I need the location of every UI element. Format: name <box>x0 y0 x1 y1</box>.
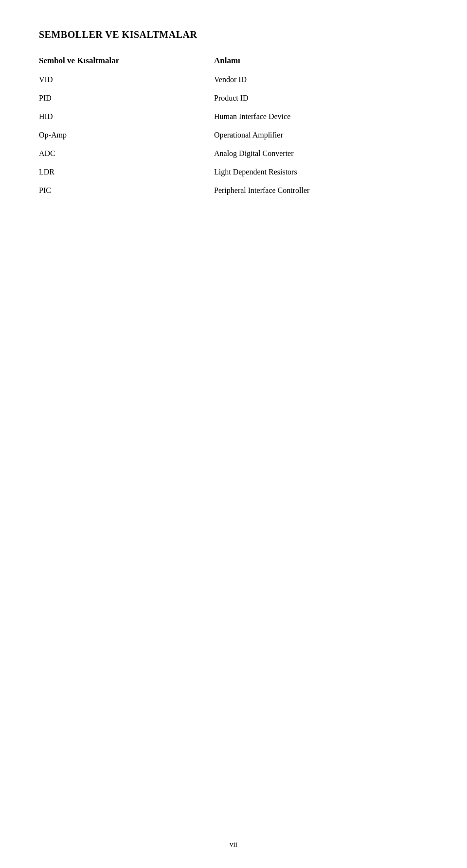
table-row: PICPeripheral Interface Controller <box>39 181 428 200</box>
abbreviation-cell: Op-Amp <box>39 126 214 144</box>
abbreviation-cell: LDR <box>39 163 214 181</box>
meaning-cell: Analog Digital Converter <box>214 144 428 163</box>
page-title: SEMBOLLER VE KISALTMALAR <box>39 29 428 40</box>
abbreviation-cell: ADC <box>39 144 214 163</box>
meaning-cell: Operational Amplifier <box>214 126 428 144</box>
page-number: vii <box>230 840 237 849</box>
meaning-cell: Light Dependent Resistors <box>214 163 428 181</box>
page-container: SEMBOLLER VE KISALTMALAR Sembol ve Kısal… <box>0 0 467 868</box>
table-row: ADCAnalog Digital Converter <box>39 144 428 163</box>
abbreviation-cell: PIC <box>39 181 214 200</box>
table-row: Op-AmpOperational Amplifier <box>39 126 428 144</box>
table-row: HIDHuman Interface Device <box>39 107 428 126</box>
meaning-cell: Vendor ID <box>214 70 428 89</box>
abbreviation-cell: PID <box>39 89 214 107</box>
meaning-cell: Peripheral Interface Controller <box>214 181 428 200</box>
table-row: VIDVendor ID <box>39 70 428 89</box>
abbreviation-cell: VID <box>39 70 214 89</box>
table-row: LDRLight Dependent Resistors <box>39 163 428 181</box>
meaning-cell: Product ID <box>214 89 428 107</box>
abbreviations-table: Sembol ve Kısaltmalar Anlamı VIDVendor I… <box>39 56 428 200</box>
table-row: PIDProduct ID <box>39 89 428 107</box>
meaning-cell: Human Interface Device <box>214 107 428 126</box>
abbreviation-cell: HID <box>39 107 214 126</box>
col-header-abbreviation: Sembol ve Kısaltmalar <box>39 56 214 70</box>
col-header-meaning: Anlamı <box>214 56 428 70</box>
table-header-row: Sembol ve Kısaltmalar Anlamı <box>39 56 428 70</box>
